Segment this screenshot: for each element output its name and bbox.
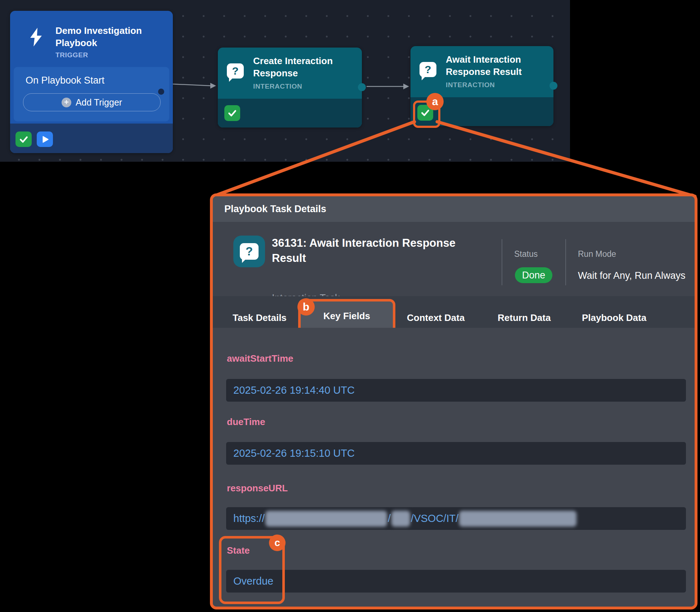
trigger-body: On Playbook Start + Add Trigger — [14, 67, 169, 121]
arrowhead-icon — [210, 83, 216, 89]
question-bubble-icon: ? — [227, 63, 244, 79]
field-value-responseURL[interactable]: https:// / /VSOC/IT/ — [226, 507, 686, 530]
tab-context-data[interactable]: Context Data — [407, 312, 465, 323]
check-icon — [420, 107, 431, 118]
output-port[interactable] — [358, 83, 366, 91]
play-icon — [40, 135, 50, 144]
field-label-responseURL: responseURL — [227, 483, 288, 494]
node-title: Await Interaction Response Result — [446, 53, 547, 78]
task-header: ? 36131: Await Interaction Response Resu… — [213, 222, 695, 296]
key-fields-content: awaitStartTime 2025-02-26 19:14:40 UTC d… — [213, 328, 695, 607]
annotation-c-badge: c — [269, 535, 286, 551]
node-success-status-button[interactable] — [224, 105, 240, 121]
tab-return-data[interactable]: Return Data — [498, 312, 551, 323]
node-type-label: INTERACTION — [446, 81, 547, 89]
run-mode-value: Wait for Any, Run Always — [578, 270, 686, 281]
node-success-status-button[interactable] — [15, 131, 32, 147]
lightning-icon — [27, 27, 45, 48]
run-playbook-button[interactable] — [37, 131, 53, 147]
trigger-node[interactable]: Demo Investigation Playbook TRIGGER On P… — [10, 11, 173, 153]
annotation-a-badge: a — [426, 93, 444, 110]
panel-title: Playbook Task Details — [224, 204, 326, 215]
url-separator: / — [388, 513, 391, 524]
field-value-state[interactable]: Overdue — [226, 570, 686, 593]
run-mode-label: Run Mode — [578, 249, 616, 259]
playbook-task-details-panel: Playbook Task Details ? 36131: Await Int… — [210, 193, 697, 609]
panel-titlebar: Playbook Task Details — [213, 196, 695, 222]
node-type-label: TRIGGER — [55, 51, 163, 59]
panel-tabbar: Task Details Key Fields b Context Data R… — [213, 296, 695, 328]
add-trigger-label: Add Trigger — [76, 97, 122, 108]
playbook-canvas[interactable]: Demo Investigation Playbook TRIGGER On P… — [0, 0, 570, 162]
field-value-dueTime[interactable]: 2025-02-26 19:15:10 UTC — [226, 442, 686, 465]
create-interaction-response-node[interactable]: ? Create Interaction Response INTERACTIO… — [218, 48, 362, 128]
node-title: Create Interaction Response — [253, 55, 354, 79]
divider — [565, 239, 566, 285]
screenshot-root: Demo Investigation Playbook TRIGGER On P… — [0, 0, 700, 612]
status-badge: Done — [515, 267, 552, 283]
await-interaction-response-result-node[interactable]: ? Await Interaction Response Result INTE… — [410, 46, 553, 126]
question-bubble-icon: ? — [419, 62, 436, 77]
check-icon — [18, 134, 29, 145]
redacted-segment — [391, 511, 410, 527]
add-trigger-button[interactable]: + Add Trigger — [23, 93, 161, 111]
url-prefix: https:// — [233, 513, 265, 524]
node-footer — [10, 124, 173, 153]
output-port[interactable] — [158, 89, 164, 95]
divider — [502, 239, 502, 285]
node-title: Demo Investigation Playbook — [55, 24, 163, 49]
status-label: Status — [514, 249, 538, 259]
field-label-awaitStartTime: awaitStartTime — [227, 353, 293, 364]
output-port[interactable] — [549, 82, 557, 90]
url-path: /VSOC/IT/ — [411, 513, 458, 524]
arrowhead-icon — [403, 84, 409, 89]
plus-icon: + — [62, 98, 71, 107]
redacted-segment — [265, 511, 387, 527]
check-icon — [227, 108, 238, 119]
trigger-event-label: On Playbook Start — [26, 75, 104, 86]
node-type-label: INTERACTION — [253, 82, 354, 90]
annotation-b-badge: b — [297, 298, 315, 316]
interaction-task-icon: ? — [233, 236, 265, 267]
task-title: 36131: Await Interaction Response Result — [272, 236, 474, 266]
field-label-state: State — [227, 545, 250, 556]
field-value-awaitStartTime[interactable]: 2025-02-26 19:14:40 UTC — [226, 379, 686, 402]
redacted-segment — [459, 511, 576, 527]
tab-task-details[interactable]: Task Details — [233, 312, 287, 323]
question-bubble-icon: ? — [240, 243, 259, 260]
tab-playbook-data[interactable]: Playbook Data — [582, 312, 646, 323]
field-label-dueTime: dueTime — [227, 416, 265, 428]
